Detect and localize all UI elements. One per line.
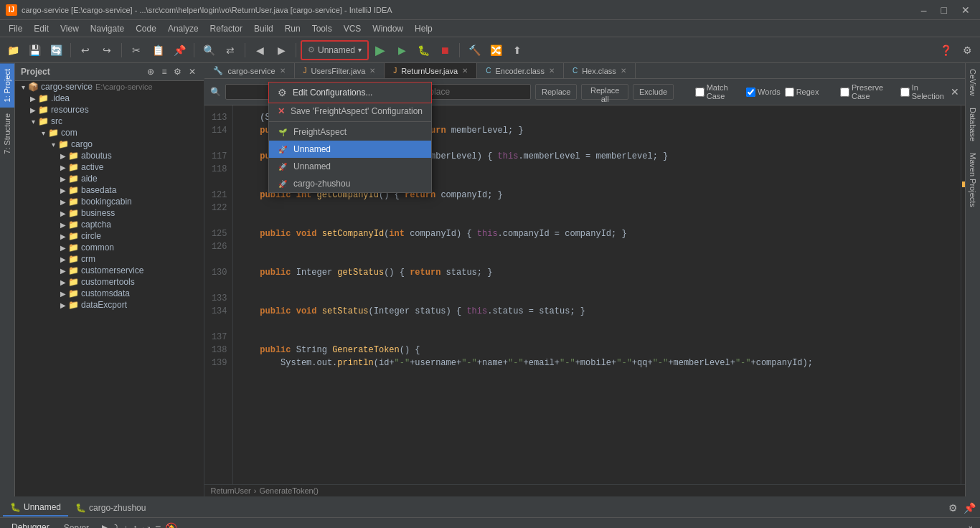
tree-active[interactable]: ▶ 📁 active xyxy=(15,161,204,173)
tab-cargo-service[interactable]: 🔧 cargo-service ✕ xyxy=(204,63,294,78)
search-close-btn[interactable]: ✕ xyxy=(951,86,959,98)
usersfilter-tab-close[interactable]: ✕ xyxy=(369,67,375,75)
menu-build[interactable]: Build xyxy=(248,22,279,35)
preserve-case-checkbox[interactable] xyxy=(840,88,849,97)
paste-btn[interactable]: 📌 xyxy=(169,40,189,60)
tree-cargo[interactable]: ▾ 📁 cargo xyxy=(15,138,204,150)
copy-btn[interactable]: 📋 xyxy=(148,40,168,60)
tree-captcha[interactable]: ▶ 📁 captcha xyxy=(15,219,204,230)
tree-root[interactable]: ▾ 📦 cargo-service E:\cargo-service xyxy=(15,81,204,93)
menu-tools[interactable]: Tools xyxy=(306,22,338,35)
unnamed-item-2[interactable]: 🚀 Unnamed xyxy=(269,158,431,175)
debug-btn[interactable]: 🐛 xyxy=(413,40,433,60)
cut-btn[interactable]: ✂ xyxy=(126,40,146,60)
save-btn[interactable]: 💾 xyxy=(24,40,44,60)
search-btn[interactable]: 🔍 xyxy=(199,40,219,60)
match-case-checkbox[interactable] xyxy=(695,88,705,97)
tree-customsdata[interactable]: ▶ 📁 customsdata xyxy=(15,288,204,299)
ceview-tab[interactable]: CeView xyxy=(966,63,980,102)
menu-run[interactable]: Run xyxy=(279,22,306,35)
step-out-btn[interactable]: ↑ xyxy=(131,521,139,529)
regex-checkbox[interactable] xyxy=(785,88,794,97)
encoder-tab-close[interactable]: ✕ xyxy=(549,67,555,75)
minimize-button[interactable]: – xyxy=(917,3,931,17)
menu-view[interactable]: View xyxy=(55,22,85,35)
save-freight-aspect-item[interactable]: ✕ Save 'FreightAspect' Configuration xyxy=(269,103,431,120)
tree-aboutus[interactable]: ▶ 📁 aboutus xyxy=(15,150,204,161)
redo-btn[interactable]: ↪ xyxy=(97,40,117,60)
tree-business[interactable]: ▶ 📁 business xyxy=(15,207,204,219)
replace-btn[interactable]: ⇄ xyxy=(220,40,240,60)
replace-button[interactable]: Replace xyxy=(535,84,577,100)
tree-resources[interactable]: ▶ 📁 resources xyxy=(15,104,204,116)
build-btn[interactable]: 🔨 xyxy=(464,40,484,60)
tab-usersfilter[interactable]: J UsersFilter.java ✕ xyxy=(295,63,385,78)
tab-returnuser[interactable]: J ReturnUser.java ✕ xyxy=(385,63,477,78)
tree-com[interactable]: ▾ 📁 com xyxy=(15,127,204,138)
resume-btn[interactable]: ▶ xyxy=(100,521,111,529)
hex-tab-close[interactable]: ✕ xyxy=(621,67,626,75)
database-tab[interactable]: Database xyxy=(966,102,980,147)
tree-common[interactable]: ▶ 📁 common xyxy=(15,242,204,253)
menu-file[interactable]: File xyxy=(3,22,28,35)
preserve-case-option[interactable]: Preserve Case xyxy=(840,83,896,100)
run-button[interactable]: ▶ xyxy=(370,40,390,60)
undo-btn[interactable]: ↩ xyxy=(75,40,95,60)
evaluate-btn[interactable]: ≡ xyxy=(154,521,162,529)
vcs-btn[interactable]: 🔀 xyxy=(486,40,506,60)
debug-tab-unnamed[interactable]: 🐛 Unnamed xyxy=(3,499,68,517)
returnuser-tab-close[interactable]: ✕ xyxy=(462,67,468,75)
menu-help[interactable]: Help xyxy=(409,22,438,35)
maximize-button[interactable]: □ xyxy=(937,3,951,17)
tree-customertools[interactable]: ▶ 📁 customertools xyxy=(15,276,204,288)
maven-tab[interactable]: Maven Projects xyxy=(966,147,980,213)
edit-configurations-item[interactable]: ⚙ Edit Configurations... xyxy=(268,82,432,103)
debug-tab-zhushou[interactable]: 🐛 cargo-zhushou xyxy=(68,500,153,516)
settings-action-btn[interactable]: ⚙ xyxy=(947,501,959,515)
tree-idea[interactable]: ▶ 📁 .idea xyxy=(15,93,204,104)
pin-action-btn[interactable]: 📌 xyxy=(962,501,977,515)
title-bar-controls[interactable]: – □ ✕ xyxy=(917,3,974,17)
tree-dataexcport[interactable]: ▶ 📁 dataExcport xyxy=(15,299,204,311)
coverage-btn[interactable]: ▶ xyxy=(392,40,412,60)
menu-code[interactable]: Code xyxy=(130,22,162,35)
tree-basedata[interactable]: ▶ 📁 basedata xyxy=(15,184,204,196)
project-settings-btn[interactable]: ⚙ xyxy=(171,66,184,77)
menu-navigate[interactable]: Navigate xyxy=(85,22,130,35)
mute-btn[interactable]: 🔕 xyxy=(164,521,179,529)
structure-side-tab[interactable]: 7: Structure xyxy=(0,108,14,160)
unnamed-item-selected[interactable]: 🚀 Unnamed xyxy=(269,141,431,158)
server-sub-tab[interactable]: Server xyxy=(58,522,95,529)
open-project-btn[interactable]: 📁 xyxy=(3,40,23,60)
stop-btn[interactable]: ⏹ xyxy=(435,40,455,60)
cargo-zhushou-item[interactable]: 🚀 cargo-zhushou xyxy=(269,175,431,192)
run-config-button[interactable]: ⚙ Unnamed ▾ xyxy=(301,40,369,60)
freight-aspect-item[interactable]: 🌱 FreightAspect xyxy=(269,123,431,141)
tree-circle[interactable]: ▶ 📁 circle xyxy=(15,230,204,242)
menu-edit[interactable]: Edit xyxy=(28,22,55,35)
cargo-service-tab-close[interactable]: ✕ xyxy=(280,67,286,75)
words-checkbox[interactable] xyxy=(746,88,755,97)
project-close-btn[interactable]: ✕ xyxy=(187,66,198,77)
help-btn[interactable]: ❓ xyxy=(936,40,956,60)
menu-window[interactable]: Window xyxy=(367,22,409,35)
back-btn[interactable]: ◀ xyxy=(250,40,270,60)
tree-src[interactable]: ▾ 📁 src xyxy=(15,116,204,127)
tree-bookingcabin[interactable]: ▶ 📁 bookingcabin xyxy=(15,196,204,207)
match-case-option[interactable]: Match Case xyxy=(695,83,742,100)
forward-btn[interactable]: ▶ xyxy=(271,40,291,60)
tree-aide[interactable]: ▶ 📁 aide xyxy=(15,173,204,184)
project-side-tab[interactable]: 1: Project xyxy=(0,63,14,108)
words-option[interactable]: Words xyxy=(746,88,781,97)
update-btn[interactable]: ⬆ xyxy=(507,40,527,60)
tree-customerservice[interactable]: ▶ 📁 customerservice xyxy=(15,265,204,276)
exclude-button[interactable]: Exclude xyxy=(633,84,674,100)
menu-refactor[interactable]: Refactor xyxy=(204,22,248,35)
tree-crm[interactable]: ▶ 📁 crm xyxy=(15,253,204,265)
close-button[interactable]: ✕ xyxy=(957,3,974,17)
project-collapse-btn[interactable]: ≡ xyxy=(159,66,169,77)
step-into-btn[interactable]: ↓ xyxy=(122,521,130,529)
run-cursor-btn[interactable]: ⤻ xyxy=(141,521,152,529)
debugger-sub-tab[interactable]: Debugger xyxy=(6,521,55,529)
tab-encoder[interactable]: C Encoder.class ✕ xyxy=(477,63,564,78)
